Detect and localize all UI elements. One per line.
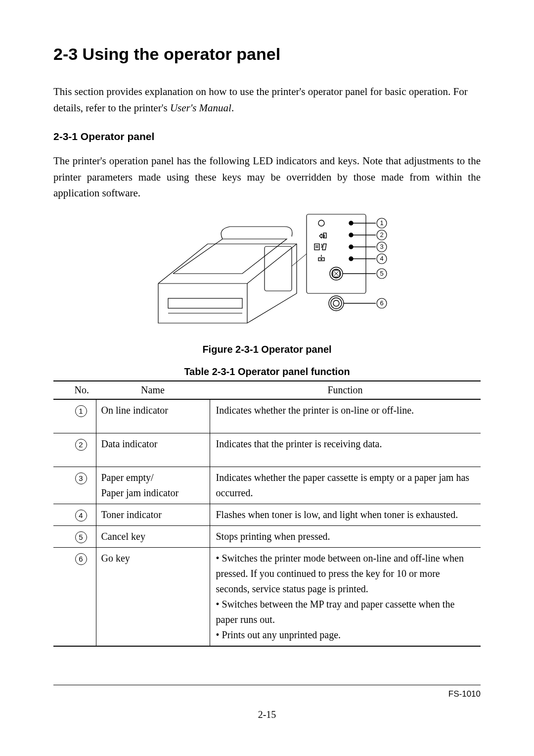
intro-em: User's Manual (170, 102, 231, 114)
callout-2: 2 (380, 231, 383, 238)
row-name: Paper empty/ Paper jam indicator (96, 467, 210, 504)
row-num: 4 (75, 510, 87, 521)
subsection-heading: 2-3-1 Operator panel (53, 131, 481, 142)
row-name: Cancel key (96, 525, 210, 547)
table-row: 1 On line indicator Indicates whether th… (53, 399, 481, 433)
callout-6: 6 (380, 299, 383, 307)
row-num: 3 (75, 472, 87, 484)
printer-illustration: 1 2 3 4 5 6 (143, 209, 391, 338)
intro-text: This section provides explanation on how… (53, 86, 468, 114)
section-heading: 2-3 Using the operator panel (53, 45, 481, 64)
row6-bullet3: Prints out any unprinted page. (216, 627, 476, 643)
row-num: 6 (75, 553, 87, 565)
svg-point-26 (333, 300, 339, 306)
th-name: Name (96, 381, 210, 399)
svg-rect-3 (307, 214, 366, 293)
row-fn: Indicates that the printer is receiving … (210, 433, 481, 467)
page-number: 2-15 (53, 709, 481, 720)
row-name: Toner indicator (96, 504, 210, 525)
row6-bullet2: Switches between the MP tray and paper c… (216, 597, 476, 627)
row-fn: Flashes when toner is low, and light whe… (210, 504, 481, 525)
figure-caption: Figure 2-3-1 Operator panel (53, 344, 481, 355)
table-row: 4 Toner indicator Flashes when toner is … (53, 504, 481, 525)
table-row: 3 Paper empty/ Paper jam indicator Indic… (53, 467, 481, 504)
th-no: No. (53, 381, 96, 399)
intro-paragraph: This section provides explanation on how… (53, 84, 481, 116)
row-num: 1 (75, 405, 87, 417)
svg-point-25 (331, 298, 342, 309)
doc-id: FS-1010 (53, 689, 481, 699)
row-fn: Indicates whether the paper cassette is … (210, 467, 481, 504)
th-function: Function (210, 381, 481, 399)
row-num: 5 (75, 531, 87, 543)
svg-point-18 (349, 257, 353, 261)
svg-rect-0 (168, 298, 242, 308)
row-fn: Indicates whether the printer is on-line… (210, 399, 481, 433)
table-row: 5 Cancel key Stops printing when pressed… (53, 525, 481, 547)
svg-point-13 (349, 245, 353, 249)
callout-3: 3 (380, 243, 383, 250)
table-caption: Table 2-3-1 Operator panel function (53, 366, 481, 378)
table-row: 6 Go key Switches the printer mode betwe… (53, 547, 481, 646)
figure-operator-panel: 1 2 3 4 5 6 (53, 209, 481, 338)
row-fn: Stops printing when pressed. (210, 525, 481, 547)
svg-point-8 (349, 233, 353, 237)
page-container: 2-3 Using the operator panel This sectio… (0, 0, 534, 756)
callout-4: 4 (380, 255, 383, 262)
svg-point-5 (349, 221, 353, 225)
row-fn: Switches the printer mode between on-lin… (210, 547, 481, 646)
svg-line-28 (292, 254, 307, 266)
callout-5: 5 (380, 270, 383, 277)
row-name: Data indicator (96, 433, 210, 467)
svg-point-17 (321, 259, 322, 260)
intro-tail: . (231, 102, 234, 114)
callout-1: 1 (380, 219, 383, 227)
subsection-intro: The printer's operation panel has the fo… (53, 153, 481, 201)
row-name: On line indicator (96, 399, 210, 433)
page-footer: FS-1010 2-15 (53, 677, 481, 720)
operator-panel-function-table: No. Name Function 1 On line indicator In… (53, 380, 481, 647)
row-num: 2 (75, 439, 87, 451)
table-row: 2 Data indicator Indicates that the prin… (53, 433, 481, 467)
row-name: Go key (96, 547, 210, 646)
footer-rule (53, 685, 481, 685)
row6-bullet1: Switches the printer mode between on-lin… (216, 551, 476, 597)
